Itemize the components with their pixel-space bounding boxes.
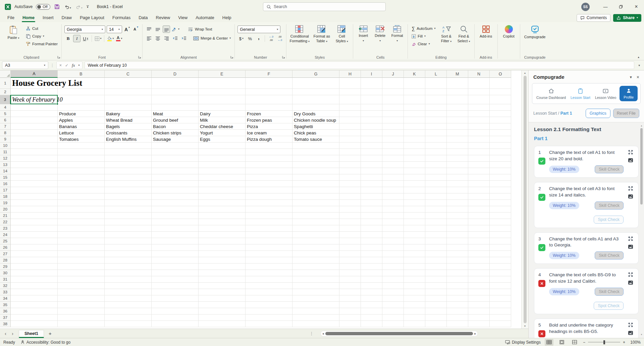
cell-O33[interactable] — [490, 289, 511, 295]
cell-E14[interactable] — [199, 168, 246, 174]
cell-H21[interactable] — [339, 213, 361, 219]
scroll-right-icon[interactable]: ▸ — [474, 332, 476, 335]
column-header-B[interactable]: B — [58, 70, 105, 78]
cell-B35[interactable] — [58, 302, 105, 308]
formula-bar-grip[interactable]: ⋮ — [50, 63, 54, 68]
cell-O19[interactable] — [490, 200, 511, 206]
cell-I26[interactable] — [361, 244, 382, 251]
cell-K6[interactable] — [404, 117, 425, 123]
maximize-button[interactable] — [613, 0, 629, 13]
cell-J4[interactable] — [382, 104, 404, 111]
prev-sheet-button[interactable]: ‹ — [2, 331, 9, 336]
row-header-29[interactable]: 29 — [0, 264, 11, 270]
clear-button[interactable]: Clear ▾ — [411, 41, 436, 47]
cell-N14[interactable] — [468, 168, 490, 174]
bold-button[interactable]: B — [64, 35, 72, 42]
formula-input[interactable]: Week of February 10 — [85, 61, 634, 69]
cell-J19[interactable] — [382, 200, 404, 206]
cell-D9[interactable]: Sausage — [152, 136, 199, 142]
cell-B28[interactable] — [58, 257, 105, 264]
cell-L28[interactable] — [425, 257, 447, 264]
cell-L32[interactable] — [425, 283, 447, 289]
cell-C25[interactable] — [105, 238, 152, 244]
vertical-scroll-thumb[interactable] — [524, 76, 527, 323]
column-header-C[interactable]: C — [105, 70, 152, 78]
cell-I23[interactable] — [361, 225, 382, 232]
cell-J24[interactable] — [382, 232, 404, 238]
cell-L21[interactable] — [425, 213, 447, 219]
cell-E25[interactable] — [199, 238, 246, 244]
row-header-27[interactable]: 27 — [0, 251, 11, 257]
cell-F26[interactable] — [246, 244, 292, 251]
cell-C38[interactable] — [105, 321, 152, 327]
cell-C32[interactable] — [105, 283, 152, 289]
cell-L14[interactable] — [425, 168, 447, 174]
cell-L34[interactable] — [425, 295, 447, 302]
cell-H20[interactable] — [339, 206, 361, 213]
close-button[interactable]: × — [629, 0, 644, 13]
name-box[interactable]: A3 ▾ — [2, 61, 48, 69]
cell-N15[interactable] — [468, 174, 490, 181]
cell-J23[interactable] — [382, 225, 404, 232]
ribbon-tab-view[interactable]: View — [174, 14, 192, 22]
cell-J9[interactable] — [382, 136, 404, 142]
cell-B16[interactable] — [58, 181, 105, 187]
cell-H36[interactable] — [339, 308, 361, 314]
cell-I10[interactable] — [361, 142, 382, 149]
font-color-button[interactable]: A ▾ — [115, 35, 123, 42]
cell-D25[interactable] — [152, 238, 199, 244]
cell-J20[interactable] — [382, 206, 404, 213]
cell-L12[interactable] — [425, 155, 447, 162]
cell-O20[interactable] — [490, 206, 511, 213]
cell-L16[interactable] — [425, 181, 447, 187]
ribbon-tab-review[interactable]: Review — [152, 14, 174, 22]
cell-A18[interactable] — [11, 193, 58, 200]
cell-N27[interactable] — [468, 251, 490, 257]
cell-F24[interactable] — [246, 232, 292, 238]
cell-E6[interactable]: Milk — [199, 117, 246, 123]
cell-J29[interactable] — [382, 264, 404, 270]
cell-L26[interactable] — [425, 244, 447, 251]
cell-F10[interactable] — [246, 142, 292, 149]
ribbon-tab-home[interactable]: Home — [18, 14, 39, 22]
comma-style-button[interactable]: , — [255, 35, 262, 42]
cell-D20[interactable] — [152, 206, 199, 213]
cell-C27[interactable] — [105, 251, 152, 257]
conditional-formatting-button[interactable]: Conditional Formatting ▾ — [289, 24, 310, 44]
cell-I4[interactable] — [361, 104, 382, 111]
cell-J11[interactable] — [382, 149, 404, 155]
cell-O28[interactable] — [490, 257, 511, 264]
cell-C8[interactable]: Croissants — [105, 130, 152, 136]
cell-I18[interactable] — [361, 193, 382, 200]
panel-scroll-up-icon[interactable]: ▴ — [641, 124, 642, 127]
cell-K36[interactable] — [404, 308, 425, 314]
expand-task-icon[interactable] — [628, 186, 633, 191]
cell-N7[interactable] — [468, 123, 490, 130]
expand-task-icon[interactable] — [628, 322, 633, 328]
cell-F4[interactable] — [246, 104, 292, 111]
cell-G38[interactable] — [292, 321, 339, 327]
cell-B22[interactable] — [58, 219, 105, 225]
cell-J8[interactable] — [382, 130, 404, 136]
cell-M16[interactable] — [447, 181, 468, 187]
cell-M21[interactable] — [447, 213, 468, 219]
row-header-14[interactable]: 14 — [0, 168, 11, 174]
cell-E11[interactable] — [199, 149, 246, 155]
cell-C4[interactable] — [105, 104, 152, 111]
orientation-button[interactable]: ▾ — [171, 25, 179, 33]
cell-G10[interactable] — [292, 142, 339, 149]
row-header-26[interactable]: 26 — [0, 244, 11, 251]
cell-I14[interactable] — [361, 168, 382, 174]
cell-C10[interactable] — [105, 142, 152, 149]
cell-J2[interactable] — [382, 89, 404, 95]
row-header-35[interactable]: 35 — [0, 302, 11, 308]
cell-D30[interactable] — [152, 270, 199, 276]
cell-J35[interactable] — [382, 302, 404, 308]
cell-O25[interactable] — [490, 238, 511, 244]
scrollbar-resize-grip[interactable]: ⋮ — [310, 331, 314, 336]
skill-check-button[interactable]: Skill Check — [595, 251, 624, 260]
cell-L9[interactable] — [425, 136, 447, 142]
cell-L35[interactable] — [425, 302, 447, 308]
cell-J21[interactable] — [382, 213, 404, 219]
cell-K1[interactable] — [404, 78, 425, 89]
